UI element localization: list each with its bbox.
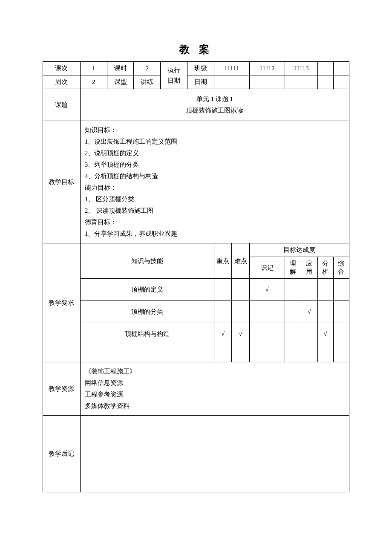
objectives-label: 教学目标 — [43, 121, 81, 243]
keypoint-label: 重点 — [214, 243, 231, 279]
skill-blank-l4 — [317, 345, 333, 362]
class-label: 班级 — [187, 62, 214, 75]
achievement-label: 目标达成度 — [249, 243, 349, 257]
objectives-content: 知识目标：1、说出装饰工程施工的定义范围2、说明顶棚的定义3、列举顶棚的分类4、… — [80, 121, 349, 243]
skill-3-l4: √ — [317, 323, 333, 345]
skill-name-2: 顶棚的分类 — [80, 301, 214, 323]
skill-2-l3: √ — [301, 301, 318, 323]
level-2: 理解 — [285, 257, 301, 279]
skill-blank-name — [80, 345, 214, 362]
req-header-1: 教学要求 知识与技能 重点 难点 目标达成度 — [43, 243, 349, 257]
skill-2-key — [214, 301, 231, 323]
date-4 — [317, 75, 333, 89]
date-2 — [249, 75, 285, 89]
skill-3-l5 — [333, 323, 349, 345]
skill-2-l5 — [333, 301, 349, 323]
skill-row-blank — [43, 345, 349, 362]
skill-3-diff: √ — [232, 323, 249, 345]
period-value: 2 — [134, 62, 161, 75]
level-5: 综合 — [333, 257, 349, 279]
topic-content: 单元 1 课题 1 顶棚装饰施工图识读 — [80, 89, 349, 121]
objectives-row: 教学目标 知识目标：1、说出装饰工程施工的定义范围2、说明顶棚的定义3、列举顶棚… — [43, 121, 349, 243]
postscript-content — [80, 416, 349, 492]
class-5 — [333, 62, 349, 75]
header-row-2: 周次 2 课型 讲练 日期 — [43, 75, 349, 89]
skill-blank-l1 — [249, 345, 285, 362]
lesson-num-value: 1 — [80, 62, 107, 75]
lesson-num-label: 课次 — [43, 62, 81, 75]
skill-3-l3 — [301, 323, 318, 345]
topic-line1: 单元 1 课题 1 — [196, 95, 233, 102]
date-3 — [285, 75, 317, 89]
skill-blank-diff — [232, 345, 249, 362]
skill-name-3: 顶棚结构与构造 — [80, 323, 214, 345]
header-row-1: 课次 1 课时 2 执行日期 班级 11111 11112 11113 — [43, 62, 349, 75]
skill-blank-key — [214, 345, 231, 362]
skill-row-2: 顶棚的分类 √ — [43, 301, 349, 323]
postscript-row: 教学后记 — [43, 416, 349, 492]
postscript-label: 教学后记 — [43, 416, 81, 492]
week-value: 2 — [80, 75, 107, 89]
skill-3-key: √ — [214, 323, 231, 345]
class-2: 11112 — [249, 62, 285, 75]
skill-blank-l5 — [333, 345, 349, 362]
skill-blank-l3 — [301, 345, 318, 362]
week-label: 周次 — [43, 75, 81, 89]
skill-1-l3 — [301, 279, 318, 301]
topic-row: 课题 单元 1 课题 1 顶棚装饰施工图识读 — [43, 89, 349, 121]
date-5 — [333, 75, 349, 89]
level-4: 分析 — [317, 257, 333, 279]
skill-1-key — [214, 279, 231, 301]
skill-2-l2 — [285, 301, 301, 323]
date-label: 日期 — [187, 75, 214, 89]
skill-2-l1 — [249, 301, 285, 323]
skill-1-l5 — [333, 279, 349, 301]
level-3: 应用 — [301, 257, 318, 279]
skill-1-l1: √ — [249, 279, 285, 301]
skill-1-l2 — [285, 279, 301, 301]
skill-blank-l2 — [285, 345, 301, 362]
knowledge-skill-label: 知识与技能 — [80, 243, 214, 279]
lesson-plan-table: 课次 1 课时 2 执行日期 班级 11111 11112 11113 周次 2… — [43, 61, 349, 492]
skill-row-1: 顶棚的定义 √ — [43, 279, 349, 301]
resources-label: 教学资源 — [43, 362, 81, 416]
skill-1-diff — [232, 279, 249, 301]
requirements-label: 教学要求 — [43, 243, 81, 362]
level-1: 识记 — [249, 257, 285, 279]
topic-label: 课题 — [43, 89, 81, 121]
topic-line2: 顶棚装饰施工图识读 — [186, 107, 243, 114]
type-label: 课型 — [107, 75, 134, 89]
resources-row: 教学资源 《装饰工程施工》网络信息资源工程参考资源多媒体教学资料 — [43, 362, 349, 416]
skill-row-3: 顶棚结构与构造 √ √ √ — [43, 323, 349, 345]
exec-date-label: 执行日期 — [161, 62, 187, 89]
period-label: 课时 — [107, 62, 134, 75]
class-3: 11113 — [285, 62, 317, 75]
skill-2-l4 — [317, 301, 333, 323]
skill-name-1: 顶棚的定义 — [80, 279, 214, 301]
skill-1-l4 — [317, 279, 333, 301]
skill-2-diff — [232, 301, 249, 323]
skill-3-l2 — [285, 323, 301, 345]
resources-content: 《装饰工程施工》网络信息资源工程参考资源多媒体教学资料 — [80, 362, 349, 416]
page-title: 教 案 — [43, 43, 349, 56]
class-1: 11111 — [214, 62, 249, 75]
difficulty-label: 难点 — [232, 243, 249, 279]
skill-3-l1 — [249, 323, 285, 345]
type-value: 讲练 — [134, 75, 161, 89]
class-4 — [317, 62, 333, 75]
date-1 — [214, 75, 249, 89]
